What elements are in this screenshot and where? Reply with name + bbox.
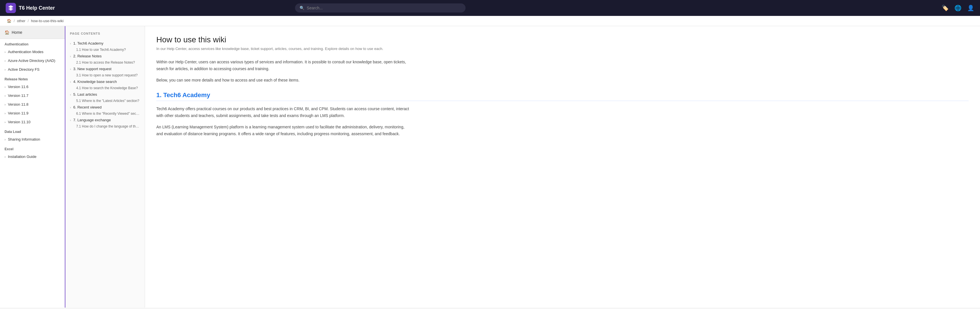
search-wrapper: 🔍: [295, 3, 466, 13]
toc-subitem-7-1[interactable]: 7.1 How do I change the language of the …: [70, 124, 140, 129]
intro-para-2: Below, you can see more details and how …: [156, 77, 412, 84]
chevron-icon: ›: [70, 54, 71, 58]
toc-item-5[interactable]: › 5. Last articles: [70, 91, 140, 98]
user-icon[interactable]: 👤: [967, 5, 974, 11]
sidebar-item-label: Version 11.10: [8, 120, 31, 124]
sidebar-item-v118[interactable]: › Version 11.8: [0, 100, 65, 109]
page-title: How to use this wiki: [156, 35, 969, 44]
home-icon: 🏠: [5, 30, 10, 35]
brand-icon: [6, 3, 16, 13]
breadcrumb-sep2: /: [27, 19, 29, 23]
sidebar-item-v116[interactable]: › Version 11.6: [0, 82, 65, 91]
sidebar-item-label: Version 11.9: [8, 111, 29, 115]
breadcrumb-level2: how-to-use-this-wiki: [31, 19, 64, 23]
sidebar-item-v117[interactable]: › Version 11.7: [0, 91, 65, 100]
brand-title: T6 Help Center: [19, 5, 55, 11]
breadcrumb-sep1: /: [14, 19, 15, 23]
brand-logo[interactable]: T6 Help Center: [6, 3, 55, 13]
toc-subitem-2-1[interactable]: 2.1 How to access the Release Notes?: [70, 60, 140, 65]
section-label-excel: Excel: [0, 144, 65, 152]
chevron-icon: ›: [5, 120, 6, 124]
chevron-icon: ›: [5, 103, 6, 106]
main-content: How to use this wiki In our Help Center,…: [145, 26, 980, 307]
section-label-auth: Authentication: [0, 39, 65, 48]
sidebar-item-label: Version 11.8: [8, 102, 29, 106]
section-1-heading: 1. Tech6 Academy: [156, 92, 969, 101]
sidebar-item-install[interactable]: › Installation Guide: [0, 152, 65, 161]
toc-item-label: 2. Release Notes: [73, 54, 102, 58]
toc-title: PAGE CONTENTS: [70, 32, 140, 35]
toc-item-3[interactable]: › 3. New support request: [70, 65, 140, 73]
chevron-icon: ›: [5, 94, 6, 97]
chevron-icon: ›: [5, 112, 6, 115]
nav-actions: 🏷️ 🌐 👤: [942, 5, 974, 11]
chevron-icon: ›: [70, 42, 71, 45]
chevron-icon: ›: [5, 68, 6, 71]
toc-item-label: 1. Tech6 Academy: [73, 41, 103, 46]
toc-subitem-4-1[interactable]: 4.1 How to search the Knowledge Base?: [70, 85, 140, 91]
section-label-dataload: Data Load: [0, 127, 65, 135]
sidebar-item-label: Version 11.6: [8, 85, 29, 89]
home-breadcrumb-icon[interactable]: 🏠: [7, 19, 11, 23]
chevron-icon: ›: [5, 155, 6, 158]
toc-subitem-5-1[interactable]: 5.1 Where is the "Latest Articles" secti…: [70, 98, 140, 104]
home-label: Home: [12, 30, 22, 35]
toc-subitem-truncated: 7.1 How do I change the language of the …: [76, 124, 140, 128]
intro-para-1: Within our Help Center, users can access…: [156, 59, 412, 73]
toc-panel: PAGE CONTENTS › 1. Tech6 Academy 1.1 How…: [65, 26, 145, 307]
toc-item-label: 4. Knowledge base search: [73, 79, 117, 84]
sidebar-item-v119[interactable]: › Version 11.9: [0, 109, 65, 117]
chevron-icon: ›: [70, 67, 71, 71]
toc-item-1[interactable]: › 1. Tech6 Academy: [70, 40, 140, 47]
chevron-icon: ›: [70, 119, 71, 122]
toc-item-label: 3. New support request: [73, 67, 111, 71]
toc-item-6[interactable]: › 6. Recent viewed: [70, 104, 140, 111]
chevron-icon: ›: [70, 80, 71, 84]
chevron-icon: ›: [5, 138, 6, 141]
chevron-icon: ›: [5, 59, 6, 62]
search-icon: 🔍: [299, 6, 304, 10]
toc-item-label: 5. Last articles: [73, 92, 97, 97]
toc-item-2[interactable]: › 2. Release Notes: [70, 52, 140, 60]
breadcrumb-level1[interactable]: other: [17, 19, 25, 23]
chevron-icon: ›: [5, 50, 6, 54]
toc-subitem-6-1[interactable]: 6.1 Where is the "Recently Viewed" secti…: [70, 111, 140, 116]
globe-icon[interactable]: 🌐: [955, 5, 961, 11]
page-subtitle: In our Help Center, access services like…: [156, 47, 969, 51]
toc-item-4[interactable]: › 4. Knowledge base search: [70, 78, 140, 85]
section-1-para-2: An LMS (Learning Management System) plat…: [156, 124, 412, 138]
sidebar-item-label: Authentication Modes: [8, 50, 43, 54]
sidebar: 🏠 Home Authentication › Authentication M…: [0, 26, 65, 307]
sidebar-item-aad[interactable]: › Azure Active Directory (AAD): [0, 56, 65, 65]
toc-subitem-truncated: 6.1 Where is the "Recently Viewed" secti…: [76, 112, 140, 116]
section-1-para-1: Tech6 Academy offers practical courses o…: [156, 106, 412, 119]
search-input[interactable]: [307, 6, 461, 10]
toc-item-7[interactable]: › 7. Language exchange: [70, 116, 140, 124]
chevron-icon: ›: [70, 106, 71, 109]
chevron-icon: ›: [5, 85, 6, 89]
sidebar-item-label: Azure Active Directory (AAD): [8, 59, 56, 63]
tags-icon[interactable]: 🏷️: [942, 5, 949, 11]
chevron-icon: ›: [70, 93, 71, 96]
sidebar-item-auth-modes[interactable]: › Authentication Modes: [0, 48, 65, 56]
sidebar-item-label: Sharing Information: [8, 137, 40, 141]
sidebar-item-label: Active Directory FS: [8, 67, 40, 71]
sidebar-item-v1110[interactable]: › Version 11.10: [0, 117, 65, 127]
toc-item-label: 7. Language exchange: [73, 118, 111, 122]
sidebar-item-adfs[interactable]: › Active Directory FS: [0, 65, 65, 74]
sidebar-item-label: Installation Guide: [8, 154, 37, 159]
toc-subitem-1-1[interactable]: 1.1 How to use Tech6 Academy?: [70, 47, 140, 52]
toc-item-label: 6. Recent viewed: [73, 105, 102, 109]
top-navigation: T6 Help Center 🔍 🏷️ 🌐 👤: [0, 0, 980, 16]
breadcrumb: 🏠 / other / how-to-use-this-wiki: [0, 16, 980, 26]
toc-subitem-3-1[interactable]: 3.1 How to open a new support request?: [70, 73, 140, 78]
sidebar-item-sharing[interactable]: › Sharing Information: [0, 135, 65, 144]
main-layout: 🏠 Home Authentication › Authentication M…: [0, 26, 980, 307]
section-label-release: Release Notes: [0, 74, 65, 82]
sidebar-item-label: Version 11.7: [8, 93, 29, 98]
sidebar-home[interactable]: 🏠 Home: [0, 26, 65, 39]
search-bar: 🔍: [295, 3, 466, 13]
